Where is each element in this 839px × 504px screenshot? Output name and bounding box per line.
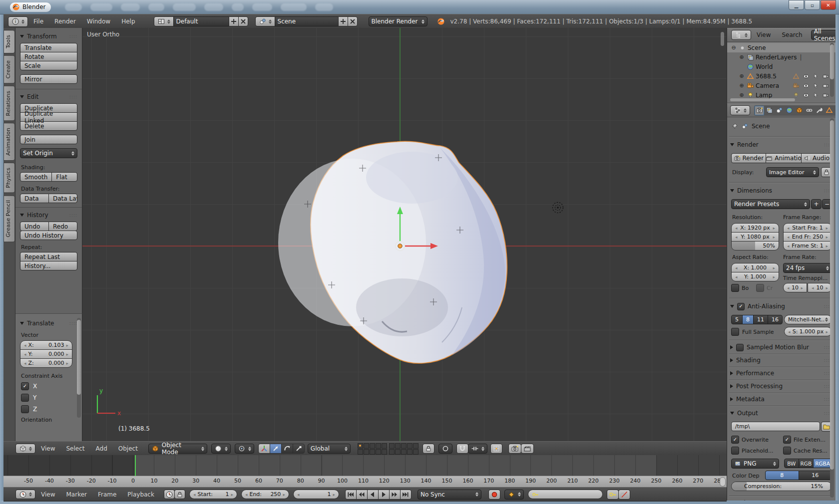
vector-field-z[interactable]: ◂Z:0.000▸ <box>20 358 72 368</box>
manipulator-scale-button[interactable] <box>293 444 305 454</box>
resolution-y-field[interactable]: ◂Y: 1080 px▸ <box>731 232 779 242</box>
panel-sampled-motion-blur-checkbox[interactable] <box>736 344 744 351</box>
timeline-hscroll-endcap[interactable] <box>720 477 726 487</box>
snap-element-select[interactable] <box>468 444 487 454</box>
channel-bw[interactable]: BW <box>784 459 799 468</box>
start-frame-field[interactable]: ◂Start:1▸ <box>189 490 237 499</box>
start-frame-field[interactable]: ◂Start Fra: 1▸ <box>783 223 832 233</box>
screenlayout-name[interactable]: Default <box>173 16 229 26</box>
opengl-render-anim-button[interactable] <box>521 444 534 454</box>
button-rotate[interactable]: Rotate <box>20 52 77 61</box>
menu-help[interactable]: Help <box>116 18 140 25</box>
current-frame-field[interactable]: ◂1▸ <box>293 490 339 499</box>
layer-cell[interactable] <box>370 443 375 449</box>
play-button[interactable] <box>378 490 390 500</box>
expand-toggle-icon[interactable]: ⊖ <box>730 44 737 51</box>
panel-transform[interactable]: Transform:::: <box>20 31 77 42</box>
operator-scrollbar[interactable] <box>77 318 81 418</box>
transform-orientation-select[interactable]: Global <box>308 444 351 454</box>
timeline-menu-view[interactable]: View <box>35 491 60 498</box>
button-duplicate-linked[interactable]: Duplicate Linked <box>20 112 77 122</box>
channel-rgba[interactable]: RGBA <box>813 459 832 468</box>
layer-cell[interactable] <box>413 443 419 449</box>
viewport-3d[interactable]: y x User Ortho (1) 3688.5 <box>82 28 727 441</box>
expand-toggle-icon[interactable]: ⊕ <box>738 73 745 79</box>
full-sample-checkbox[interactable] <box>731 328 739 336</box>
screenlayout-icon-button[interactable] <box>154 16 174 26</box>
properties-editor-type-button[interactable] <box>730 105 750 115</box>
button-data-layo[interactable]: Data Layo <box>48 194 77 203</box>
outliner-row-camera[interactable]: ⊕Camera <box>727 81 836 90</box>
viewport-menu-add[interactable]: Add <box>90 445 113 452</box>
layers-widget-b[interactable] <box>389 443 419 455</box>
timeline-track[interactable]: -50-40-30-20-100102030405060708090100110… <box>3 455 727 487</box>
crop-checkbox[interactable] <box>756 284 764 292</box>
button-redo[interactable]: Redo <box>48 222 77 231</box>
restore-button[interactable]: ▫ <box>805 0 820 10</box>
constraint-axis-checkbox-z[interactable] <box>21 405 29 413</box>
aa-sample-8[interactable]: 8 <box>742 315 754 324</box>
proportional-edit-select[interactable] <box>438 444 452 454</box>
remap-new-field[interactable]: ◂10▸ <box>808 283 832 292</box>
panel-render[interactable]: Render:::: <box>730 139 832 150</box>
depth-16[interactable]: 16 <box>799 471 833 480</box>
panel-dimensions[interactable]: Dimensions:::: <box>730 185 832 196</box>
file-extensions-checkbox[interactable]: ✓ <box>783 436 791 444</box>
layer-cell[interactable] <box>395 449 401 455</box>
prev-keyframe-button[interactable] <box>356 490 368 500</box>
properties-vscroll-thumb[interactable] <box>830 120 834 470</box>
scene-icon-button[interactable] <box>255 16 275 26</box>
layer-cell[interactable] <box>407 443 413 449</box>
panel-metadata[interactable]: Metadata:::: <box>730 394 832 405</box>
outliner-row-3688-5[interactable]: ⊕3688.5 <box>727 71 836 81</box>
playback-range-time-button[interactable] <box>164 490 175 499</box>
add-screenlayout-button[interactable] <box>229 16 239 26</box>
add-scene-button[interactable] <box>338 16 348 26</box>
next-keyframe-button[interactable] <box>389 490 401 500</box>
properties-vscrollbar[interactable] <box>830 118 834 498</box>
opengl-render-button[interactable] <box>508 444 521 454</box>
expand-toggle-icon[interactable]: ⊕ <box>738 92 745 98</box>
layer-cell[interactable] <box>358 449 363 455</box>
button-data[interactable]: Data <box>20 194 49 203</box>
outliner-filter-select[interactable]: All Scenes <box>811 30 836 40</box>
toolshelf-tab-tools[interactable]: Tools <box>3 30 15 53</box>
aa-sample-11[interactable]: 11 <box>753 315 768 324</box>
frame-step-field[interactable]: ◂Frame St: 1▸ <box>783 241 832 251</box>
render-engine-select[interactable]: Blender Render <box>369 16 427 26</box>
viewport-shading-select[interactable] <box>211 444 231 454</box>
mode-select[interactable]: Object Mode <box>148 444 207 454</box>
tab-object-data[interactable] <box>825 106 834 115</box>
button-repeat-last[interactable]: Repeat Last <box>20 252 77 261</box>
constraint-axis-checkbox-y[interactable] <box>21 394 29 402</box>
layer-cell[interactable] <box>364 443 369 449</box>
set-origin-menu[interactable]: Set Origin <box>20 148 77 158</box>
operator-panel-title[interactable]: Translate:::: <box>20 318 77 329</box>
file-format-select[interactable]: PNG <box>731 459 779 469</box>
timeline-menu-frame[interactable]: Frame <box>92 491 122 498</box>
render-still-button[interactable]: Render <box>731 153 766 163</box>
button-smooth[interactable]: Smooth <box>20 172 52 182</box>
button-join[interactable]: Join <box>20 135 77 144</box>
timeline-menu-playback[interactable]: Playback <box>122 491 160 498</box>
outliner-vscrollbar[interactable] <box>830 43 834 97</box>
sync-mode-select[interactable]: No Sync <box>418 490 481 500</box>
remap-old-field[interactable]: ◂10▸ <box>783 283 807 292</box>
lock-to-layers-button[interactable] <box>422 444 434 454</box>
aa-sample-5[interactable]: 5 <box>731 315 743 324</box>
end-frame-field[interactable]: ◂End:250▸ <box>241 490 289 499</box>
menu-file[interactable]: File <box>28 18 49 25</box>
outliner-row-renderlayers[interactable]: ⊕RenderLayers| <box>727 52 836 62</box>
toolshelf-tab-relations[interactable]: Relations <box>3 86 15 121</box>
delete-scene-button[interactable] <box>348 16 358 26</box>
button-undo-history[interactable]: Undo History <box>20 231 77 240</box>
channel-rgb[interactable]: RGB <box>799 459 814 468</box>
toolshelf-tab-animation[interactable]: Animation <box>3 123 15 161</box>
layer-cell[interactable] <box>401 443 407 449</box>
layer-cell[interactable] <box>401 449 407 455</box>
filter-size-field[interactable]: ◂S: 1.000 px▸ <box>784 327 832 336</box>
layer-cell[interactable] <box>389 443 395 449</box>
panel-bake[interactable]: Bake:::: <box>730 498 832 501</box>
outliner-editor-type-button[interactable] <box>731 30 751 40</box>
expand-toggle-icon[interactable]: ⊕ <box>738 54 745 60</box>
